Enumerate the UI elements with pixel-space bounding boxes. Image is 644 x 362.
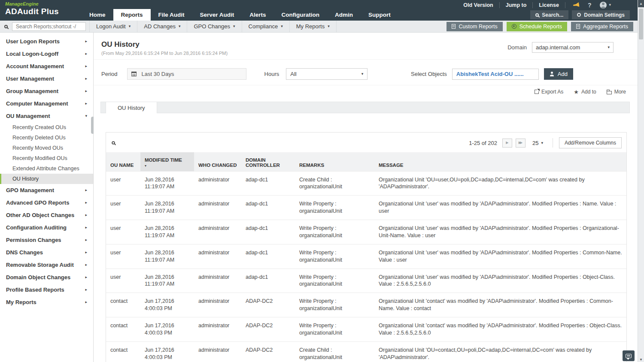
nav-tab-alerts[interactable]: Alerts [242, 9, 273, 21]
period-label: Period [101, 71, 118, 77]
main-nav: HomeReportsFile AuditServer AuditAlertsC… [82, 9, 398, 21]
sidebar-item-permission-changes[interactable]: Permission Changes▸ [0, 234, 93, 246]
sidebar-item-group-management[interactable]: Group Management▸ [0, 85, 93, 97]
utility-link-old-version[interactable]: Old Version [457, 2, 499, 8]
sidebar-item-local-logon-logoff[interactable]: Local Logon-Logoff▸ [0, 48, 93, 60]
sidebar-item-account-management[interactable]: Account Management▸ [0, 60, 93, 72]
next-page-button[interactable]: ▶ [502, 139, 512, 148]
user-menu[interactable]: ▾ [600, 2, 611, 9]
schedule-reports-button[interactable]: Schedule Reports [507, 22, 567, 31]
page-size-select[interactable]: 25 ▾ [532, 140, 543, 146]
pagination-range: 1-25 of 202 [469, 140, 497, 146]
menu-gpo-changes[interactable]: GPO Changes▾ [187, 21, 242, 32]
nav-tab-file-audit[interactable]: File Audit [151, 9, 192, 21]
cell-ou: contact [106, 317, 140, 342]
domain-select[interactable]: adap.internal.com ▾ [532, 42, 614, 53]
sidebar-item-computer-management[interactable]: Computer Management▸ [0, 97, 93, 110]
column-header-domain-controller[interactable]: DOMAIN CONTROLLER [241, 152, 295, 171]
sidebar-item-my-reports[interactable]: My Reports▸ [0, 296, 93, 308]
period-input[interactable]: Last 30 Days [127, 68, 246, 80]
global-search-label: Search... [542, 12, 563, 18]
cell-who: administrator [194, 268, 241, 293]
vertical-scrollbar[interactable]: ▲ ▼ [638, 0, 644, 362]
utility-link-jump-to[interactable]: Jump to [500, 2, 533, 8]
sidebar-item-dns-changes[interactable]: DNS Changes▸ [0, 246, 93, 259]
sidebar-subitem-ou-history[interactable]: OU History [0, 174, 93, 184]
report-search-input[interactable] [12, 22, 86, 31]
nav-tab-configuration[interactable]: Configuration [274, 9, 327, 21]
cell-time: Jun 17,2016 4:00:03 PM [140, 317, 194, 342]
sidebar-item-ou-management[interactable]: OU Management▾ [0, 110, 93, 122]
sidebar-subitem-recently-moved-ous[interactable]: Recently Moved OUs [0, 143, 93, 153]
scroll-up-icon[interactable]: ▲ [638, 0, 644, 7]
nav-tab-home[interactable]: Home [82, 9, 113, 21]
tab-ou-history[interactable]: OU History [106, 102, 157, 113]
report-toolbar: Logon Audit▾AD Changes▾GPO Changes▾Compl… [0, 21, 638, 33]
chat-button[interactable] [623, 350, 635, 361]
caret-right-icon: ▸ [85, 188, 87, 192]
sidebar-item-user-logon-reports[interactable]: User Logon Reports▸ [0, 35, 93, 48]
nav-tab-reports[interactable]: Reports [113, 9, 151, 21]
column-header-who-changed[interactable]: WHO CHANGED [194, 152, 241, 171]
column-header-remarks[interactable]: REMARKS [295, 152, 374, 171]
product-name: ADAudit Plus [5, 7, 59, 16]
utility-link-license[interactable]: License [533, 2, 565, 8]
sidebar-item-gpo-management[interactable]: GPO Management▸ [0, 184, 93, 196]
sidebar-item-label: Removable Storage Audit [6, 262, 74, 268]
report-table-panel: 1-25 of 202 ▶ ▶ ▶ 25 ▾ Add/ [106, 132, 627, 362]
sidebar-item-domain-object-changes[interactable]: Domain Object Changes▸ [0, 271, 93, 284]
cell-remarks: Write Property : organizationalUnit [295, 244, 374, 268]
select-objects-input[interactable] [452, 69, 539, 80]
sidebar-item-profile-based-reports[interactable]: Profile Based Reports▸ [0, 284, 93, 296]
last-page-icon: ▶ [520, 141, 522, 145]
report-actions: Export As★Add toMore [94, 85, 638, 97]
menu-label: AD Changes [144, 23, 176, 30]
nav-tab-admin[interactable]: Admin [327, 9, 361, 21]
column-label: MESSAGE [379, 163, 622, 168]
sidebar-item-configuration-auditing[interactable]: Configuration Auditing▸ [0, 221, 93, 234]
scrollbar-thumb[interactable] [639, 9, 643, 39]
scroll-down-icon[interactable]: ▼ [638, 358, 644, 362]
nav-tab-support[interactable]: Support [361, 9, 398, 21]
menu-ad-changes[interactable]: AD Changes▾ [137, 21, 187, 32]
sidebar-subitem-recently-modified-ous[interactable]: Recently Modified OUs [0, 153, 93, 163]
action-export-as[interactable]: Export As [535, 89, 563, 95]
column-header-message[interactable]: MESSAGE [374, 152, 626, 171]
add-object-button[interactable]: Add [544, 68, 573, 80]
action-add-to[interactable]: ★Add to [574, 89, 596, 95]
column-header-modified-time[interactable]: MODIFIED TIME▾ [140, 152, 194, 171]
sidebar-subitem-extended-attribute-changes[interactable]: Extended Attribute Changes [0, 163, 93, 174]
sidebar-item-label: Other AD Object Changes [6, 212, 74, 218]
menu-logon-audit[interactable]: Logon Audit▾ [89, 21, 137, 32]
nav-tab-server-audit[interactable]: Server Audit [192, 9, 242, 21]
action-more[interactable]: More [607, 89, 626, 95]
hours-select[interactable]: All ▾ [286, 68, 368, 80]
sidebar-item-advanced-gpo-reports[interactable]: Advanced GPO Reports▸ [0, 196, 93, 209]
sidebar-subitem-recently-deleted-ous[interactable]: Recently Deleted OUs [0, 133, 93, 143]
cell-who: administrator [194, 171, 241, 196]
report-menus: Logon Audit▾AD Changes▾GPO Changes▾Compl… [89, 21, 337, 32]
menu-compliance[interactable]: Compliance▾ [242, 21, 290, 32]
app-logo[interactable]: ManageEngine ADAudit Plus [5, 1, 59, 16]
column-header-ou-name[interactable]: OU NAME [106, 152, 140, 171]
cell-dc: adap-dc1 [241, 220, 295, 244]
notifications-icon[interactable] [573, 2, 579, 8]
calendar-icon [131, 72, 137, 76]
custom-reports-button[interactable]: Custom Reports [447, 22, 502, 31]
help-icon[interactable]: ? [588, 2, 592, 9]
sidebar-subitem-recently-created-ous[interactable]: Recently Created OUs [0, 122, 93, 133]
caret-right-icon: ▸ [85, 238, 87, 242]
sidebar-item-other-ad-object-changes[interactable]: Other AD Object Changes▸ [0, 209, 93, 221]
sidebar-item-removable-storage-audit[interactable]: Removable Storage Audit▸ [0, 259, 93, 271]
table-search-icon[interactable] [112, 141, 115, 145]
global-search-button[interactable]: Search... [530, 10, 568, 19]
caret-right-icon: ▸ [85, 89, 87, 93]
domain-settings-button[interactable]: Domain Settings [572, 10, 630, 19]
add-remove-columns-button[interactable]: Add/Remove Columns [559, 137, 622, 148]
last-page-button[interactable]: ▶ ▶ [516, 139, 526, 148]
sidebar: User Logon Reports▸Local Logon-Logoff▸Ac… [0, 33, 94, 362]
sidebar-item-label: User Management [6, 75, 54, 82]
aggregate-reports-button[interactable]: Aggregate Reports [571, 22, 633, 31]
sidebar-item-user-management[interactable]: User Management▸ [0, 72, 93, 85]
menu-my-reports[interactable]: My Reports▾ [290, 21, 337, 32]
